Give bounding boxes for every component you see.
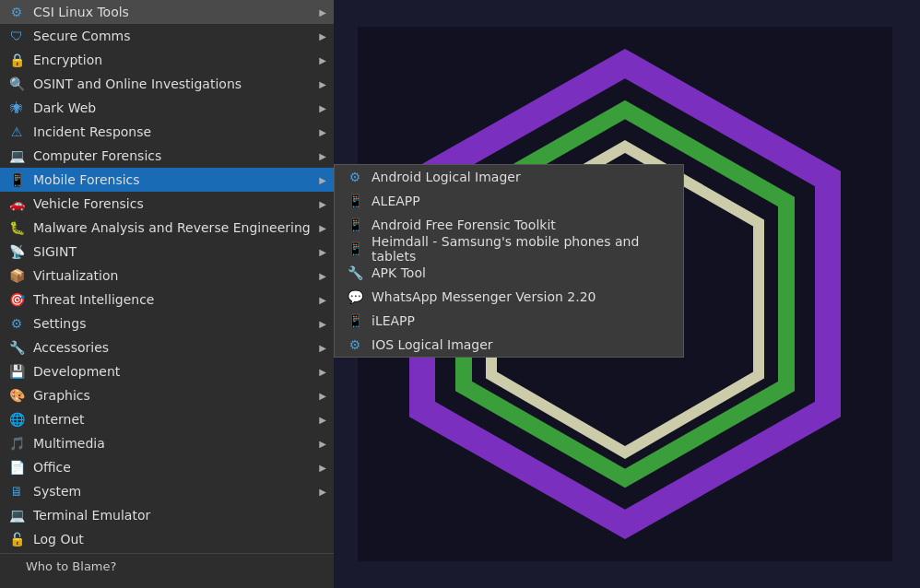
arrow-icon-mobile-forensics: ▶ [319,175,326,185]
sidebar-item-virtualization[interactable]: 📦Virtualization▶ [0,264,334,288]
sidebar-item-label-secure-comms: Secure Comms [33,29,319,43]
submenu-item-ileapp[interactable]: 📱iLEAPP [335,309,683,333]
sidebar-item-accessories[interactable]: 🔧Accessories▶ [0,335,334,359]
ios-logical-imager-submenu-icon: ⚙ [346,335,364,354]
malware-icon: 🐛 [7,218,26,237]
arrow-icon-csi-linux-tools: ▶ [319,7,326,18]
arrow-icon-multimedia: ▶ [319,439,326,449]
sidebar-item-label-development: Development [33,364,319,379]
sidebar-item-multimedia[interactable]: 🎵Multimedia▶ [0,431,334,455]
submenu-item-whatsapp[interactable]: 💬WhatsApp Messenger Version 2.20 [335,285,683,309]
ileapp-submenu-icon: 📱 [346,312,364,330]
arrow-icon-system: ▶ [319,487,326,497]
sidebar-item-dark-web[interactable]: 🕷Dark Web▶ [0,96,334,120]
office-icon: 📄 [7,458,26,476]
who-to-blame[interactable]: Who to Blame? [0,556,334,577]
sidebar-item-label-dark-web: Dark Web [33,100,319,115]
sidebar-item-graphics[interactable]: 🎨Graphics▶ [0,383,334,407]
sidebar-item-internet[interactable]: 🌐Internet▶ [0,407,334,431]
arrow-icon-graphics: ▶ [319,391,326,401]
arrow-icon-dark-web: ▶ [319,103,326,113]
arrow-icon-development: ▶ [319,367,326,377]
heimdall-submenu-icon: 📱 [346,240,364,258]
terminal-emulator-icon: 💻 [7,506,26,524]
arrow-icon-vehicle-forensics: ▶ [319,199,326,209]
dark-web-icon: 🕷 [7,99,26,117]
sidebar-item-label-graphics: Graphics [33,388,319,403]
sidebar-item-label-multimedia: Multimedia [33,436,319,451]
arrow-icon-threat-intelligence: ▶ [319,295,326,305]
submenu-item-label-android-logical-imager: Android Logical Imager [372,170,521,184]
apk-tool-submenu-icon: 🔧 [346,264,364,282]
sidebar-item-label-sigint: SIGINT [33,244,319,259]
threat-intelligence-icon: 🎯 [7,290,26,309]
sidebar-item-label-computer-forensics: Computer Forensics [33,148,319,163]
osint-icon: 🔍 [7,75,26,93]
submenu-item-label-ios-logical-imager: IOS Logical Imager [372,337,493,352]
arrow-icon-settings: ▶ [319,319,326,329]
sidebar-item-label-encryption: Encryption [33,53,319,67]
submenu-item-label-ileapp: iLEAPP [372,313,415,328]
sidebar-item-label-osint: OSINT and Online Investigations [33,76,319,91]
sidebar-item-encryption[interactable]: 🔒Encryption▶ [0,48,334,72]
arrow-icon-encryption: ▶ [319,55,326,65]
submenu-item-apk-tool[interactable]: 🔧APK Tool [335,261,683,285]
sidebar-item-osint[interactable]: 🔍OSINT and Online Investigations▶ [0,72,334,96]
accessories-icon: 🔧 [7,338,26,357]
sigint-icon: 📡 [7,242,26,261]
submenu-mobile-forensics: ⚙Android Logical Imager📱ALEAPP📱Android F… [334,164,684,358]
submenu-item-heimdall[interactable]: 📱Heimdall - Samsung's mobile phones and … [335,237,683,261]
arrow-icon-virtualization: ▶ [319,271,326,281]
computer-forensics-icon: 💻 [7,147,26,165]
log-out-icon: 🔓 [7,530,26,548]
system-icon: 🖥 [7,482,26,500]
sidebar-item-vehicle-forensics[interactable]: 🚗Vehicle Forensics▶ [0,192,334,216]
sidebar-item-threat-intelligence[interactable]: 🎯Threat Intelligence▶ [0,288,334,312]
sidebar-item-label-system: System [33,484,319,499]
android-logical-imager-submenu-icon: ⚙ [346,168,364,186]
virtualization-icon: 📦 [7,266,26,285]
submenu-item-label-heimdall: Heimdall - Samsung's mobile phones and t… [372,234,672,264]
internet-icon: 🌐 [7,410,26,429]
sidebar-item-system[interactable]: 🖥System▶ [0,479,334,503]
arrow-icon-secure-comms: ▶ [319,31,326,41]
sidebar-item-label-mobile-forensics: Mobile Forensics [33,172,319,187]
sidebar-item-label-office: Office [33,460,319,475]
submenu-item-android-logical-imager[interactable]: ⚙Android Logical Imager [335,165,683,189]
submenu-item-label-aleapp: ALEAPP [372,194,420,208]
android-free-forensic-toolkit-submenu-icon: 📱 [346,216,364,234]
sidebar-item-incident-response[interactable]: ⚠Incident Response▶ [0,120,334,144]
sidebar-item-log-out[interactable]: 🔓Log Out [0,527,334,551]
graphics-icon: 🎨 [7,386,26,405]
submenu-item-ios-logical-imager[interactable]: ⚙IOS Logical Imager [335,333,683,357]
multimedia-icon: 🎵 [7,434,26,453]
sidebar-item-label-vehicle-forensics: Vehicle Forensics [33,196,319,211]
arrow-icon-accessories: ▶ [319,343,326,353]
sidebar-item-secure-comms[interactable]: 🛡Secure Comms▶ [0,24,334,48]
sidebar-item-mobile-forensics[interactable]: 📱Mobile Forensics▶ [0,168,334,192]
secure-comms-icon: 🛡 [7,27,26,45]
sidebar-item-csi-linux-tools[interactable]: ⚙CSI Linux Tools▶ [0,0,334,24]
arrow-icon-osint: ▶ [319,79,326,89]
submenu-item-aleapp[interactable]: 📱ALEAPP [335,189,683,213]
settings-icon: ⚙ [7,314,26,333]
sidebar-item-terminal-emulator[interactable]: 💻Terminal Emulator [0,503,334,527]
sidebar-item-development[interactable]: 💾Development▶ [0,359,334,383]
sidebar-item-settings[interactable]: ⚙Settings▶ [0,312,334,335]
arrow-icon-sigint: ▶ [319,247,326,257]
encryption-icon: 🔒 [7,51,26,69]
sidebar-item-label-virtualization: Virtualization [33,268,319,283]
sidebar-item-office[interactable]: 📄Office▶ [0,455,334,479]
arrow-icon-incident-response: ▶ [319,127,326,137]
sidebar-item-label-malware: Malware Analysis and Reverse Engineering [33,220,319,235]
sidebar-item-label-incident-response: Incident Response [33,124,319,139]
sidebar-item-malware[interactable]: 🐛Malware Analysis and Reverse Engineerin… [0,216,334,240]
aleapp-submenu-icon: 📱 [346,192,364,210]
whatsapp-submenu-icon: 💬 [346,288,364,306]
sidebar-item-computer-forensics[interactable]: 💻Computer Forensics▶ [0,144,334,168]
sidebar-item-sigint[interactable]: 📡SIGINT▶ [0,240,334,264]
submenu-item-label-whatsapp: WhatsApp Messenger Version 2.20 [372,289,596,304]
vehicle-forensics-icon: 🚗 [7,194,26,213]
sidebar-item-label-csi-linux-tools: CSI Linux Tools [33,5,319,19]
development-icon: 💾 [7,362,26,381]
